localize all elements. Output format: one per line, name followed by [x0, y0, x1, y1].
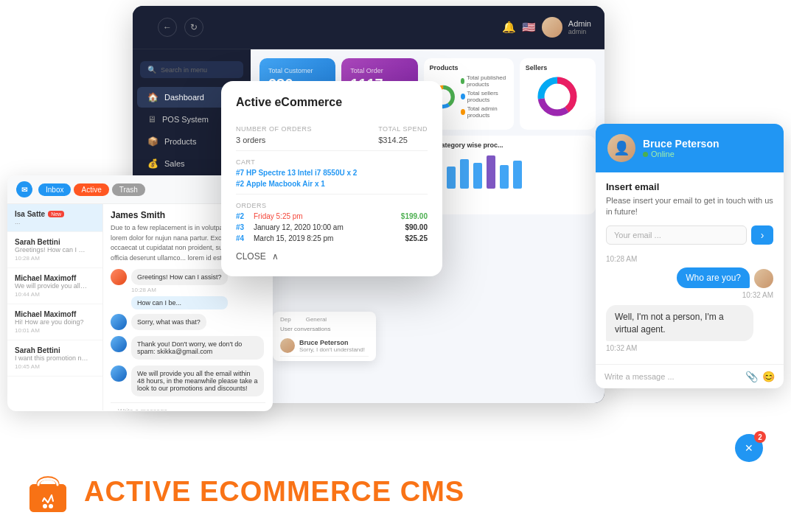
- conv-header: Dep General: [280, 316, 369, 323]
- new-badge-0: New: [48, 211, 64, 217]
- stat-label-customer: Total Customer: [268, 67, 327, 74]
- cart-qty-1: x 1: [315, 180, 325, 188]
- search-menu[interactable]: 🔍 Search in menu: [140, 61, 243, 78]
- legend-item-published: Total published products: [461, 74, 508, 88]
- tab-inbox[interactable]: Inbox: [38, 183, 71, 196]
- msg-time-sarah: 10:28 AM: [131, 287, 228, 293]
- user-conv-item[interactable]: Bruce Peterson Sorry, I don't understand…: [280, 335, 369, 357]
- modal-order-row-0: #2 Friday 5:25 pm $199.00: [236, 212, 428, 220]
- msg-content-michael-1: Sorry, what was that?: [131, 314, 206, 332]
- insert-email-desc: Please insert your email to get in touch…: [606, 195, 773, 218]
- chat-header: 👤 Bruce Peterson Online: [596, 124, 784, 172]
- modal-title: Active eCommerce: [236, 96, 428, 109]
- message-row-michael-2: Thank you! Don't worry, we don't do spam…: [111, 336, 265, 361]
- modal-cart-item-1: #2 Apple Macbook Air x 1: [236, 180, 428, 188]
- sender-time-3: 10:01 AM: [15, 327, 95, 334]
- tab-trash[interactable]: Trash: [112, 183, 145, 196]
- modal-close-button[interactable]: CLOSE ∧: [236, 251, 428, 262]
- svg-rect-9: [460, 159, 469, 189]
- products-icon: 📦: [147, 136, 158, 147]
- main-wrapper: ← ↻ 🔔 🇺🇸 Admin admin 🔍 Search in menu: [0, 0, 791, 532]
- sidebar-label-pos: POS System: [162, 115, 209, 124]
- back-nav-button[interactable]: ←: [158, 18, 177, 37]
- chat-agent-status: Online: [643, 150, 719, 158]
- email-sender-item-4[interactable]: Sarah Bettini I want this promotion now!…: [7, 340, 102, 377]
- modal-orders-label: ORDERS: [236, 202, 428, 209]
- modal-close-label: CLOSE: [236, 251, 266, 262]
- order-date-2: March 15, 2019 8:25 pm: [254, 234, 400, 242]
- svg-rect-10: [473, 163, 482, 189]
- sender-time-2: 10:44 AM: [15, 291, 95, 298]
- modal-num-orders-value: 3 orders: [236, 136, 312, 144]
- sender-name-2: Michael Maximoff: [15, 274, 95, 282]
- svg-rect-12: [500, 165, 509, 189]
- chat-write-placeholder: Write a message ...: [604, 372, 741, 381]
- legend-label-admin: Total admin products: [467, 105, 508, 119]
- user-name-label: Admin: [568, 19, 591, 28]
- bell-icon[interactable]: 🔔: [502, 21, 516, 34]
- chart-title-sellers: Sellers: [526, 64, 590, 71]
- sender-name-row: Isa Satte New: [15, 210, 95, 218]
- user-info: Admin admin: [568, 19, 591, 35]
- msg-bubble-michael-3: We will provide you all the email within…: [131, 365, 264, 396]
- sender-name-3: Michael Maximoff: [15, 310, 95, 318]
- chat-bubble-user: Who are you?: [677, 267, 750, 288]
- msg-content-michael-2: Thank you! Don't worry, we don't do spam…: [131, 336, 264, 361]
- email-sender-item-0[interactable]: Isa Satte New ...: [7, 204, 102, 232]
- modal-order-row-1: #3 January 12, 2020 10:00 am $90.00: [236, 223, 428, 231]
- sales-icon: 💰: [147, 158, 158, 169]
- svg-rect-13: [513, 161, 522, 189]
- chat-bubble-right-who: Who are you?: [606, 267, 773, 288]
- user-conv-avatar: [280, 338, 295, 353]
- chat-email-input[interactable]: Your email ...: [606, 225, 747, 245]
- msg-how-can-i: How can I be...: [131, 296, 228, 309]
- notification-badge[interactable]: ✕ 2: [735, 434, 763, 462]
- sender-time-1: 10:28 AM: [15, 255, 95, 262]
- chat-agent-avatar: 👤: [607, 134, 635, 162]
- avatar-michael-3: [111, 365, 127, 382]
- sellers-chart-content: [526, 74, 590, 119]
- order-id-0: #2: [236, 212, 249, 220]
- modal-cart-label: CART: [236, 158, 428, 166]
- legend-item-sellers: Total sellers products: [461, 90, 508, 103]
- modal-order-row-2: #4 March 15, 2019 8:25 pm $25.25: [236, 234, 428, 242]
- sender-preview-4: I want this promotion now!: [15, 354, 88, 362]
- write-placeholder: Write a message ...: [118, 407, 175, 410]
- legend-label-published: Total published products: [467, 74, 508, 88]
- chat-user-avatar: [754, 269, 773, 288]
- user-role-label: admin: [568, 28, 591, 35]
- order-price-2: $25.25: [405, 234, 428, 242]
- msg-bubble-michael-1: Sorry, what was that?: [131, 314, 206, 330]
- chat-time-1028: 10:28 AM: [606, 255, 773, 263]
- forward-nav-button[interactable]: ↻: [184, 18, 203, 37]
- write-message-area[interactable]: Write a message ... 📎 😊 ➤: [111, 402, 265, 410]
- email-tabs: Inbox Active Trash: [38, 183, 145, 196]
- email-logo: ✉: [16, 181, 32, 197]
- chat-avatar-img: 👤: [607, 134, 635, 162]
- tab-active[interactable]: Active: [74, 183, 108, 196]
- order-id-1: #3: [236, 223, 249, 231]
- chat-bubble-agent-response: Well, I'm not a person, I'm a virtual ag…: [606, 305, 753, 342]
- stat-label-order: Total Order: [350, 67, 408, 74]
- email-sender-item-1[interactable]: Sarah Bettini Greetings! How can I assis…: [7, 232, 102, 268]
- avatar-sarah: [111, 269, 127, 285]
- cart-id-1: #2: [236, 180, 244, 188]
- email-sender-item-2[interactable]: Michael Maximoff We will provide you all…: [7, 268, 102, 304]
- brand-title-text: ACTIVE ECOMMERCE CMS: [84, 476, 464, 508]
- chat-emoji-icon[interactable]: 😊: [762, 371, 775, 382]
- email-sender-item-3[interactable]: Michael Maximoff Hi! How are you doing? …: [7, 304, 102, 340]
- svg-point-16: [43, 504, 47, 508]
- legend-item-admin: Total admin products: [461, 105, 508, 119]
- sidebar-label-sales: Sales: [164, 159, 185, 168]
- order-price-0: $199.00: [401, 212, 428, 220]
- sender-preview-2: We will provide you all the email within…: [15, 282, 88, 290]
- chat-status-label: Online: [651, 150, 675, 158]
- general-label: General: [306, 316, 327, 323]
- dash-nav-icons: ← ↻: [146, 12, 215, 43]
- sidebar-label-dashboard: Dashboard: [164, 93, 204, 102]
- msg-bubble-sarah: Greetings! How can I assist?: [131, 269, 228, 285]
- chat-email-submit-button[interactable]: ›: [751, 225, 773, 245]
- chat-attachment-icon[interactable]: 📎: [745, 371, 758, 382]
- chat-header-info: Bruce Peterson Online: [643, 138, 719, 158]
- message-row-michael-1: Sorry, what was that?: [111, 314, 265, 332]
